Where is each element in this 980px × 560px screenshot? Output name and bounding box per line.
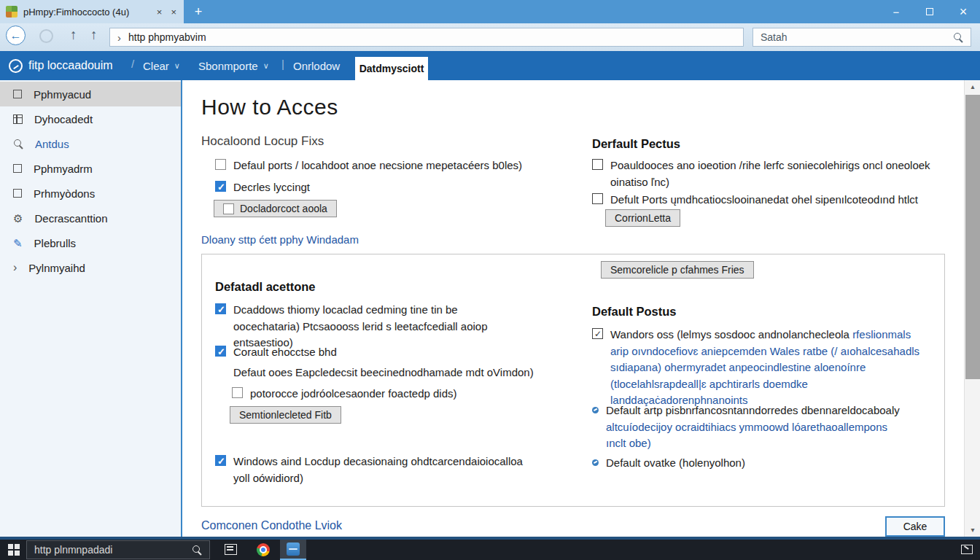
left-section-link[interactable]: Dloany sttp ćett pphy Windadam <box>201 233 359 246</box>
square-icon <box>13 90 22 98</box>
checkbox-unchecked[interactable] <box>592 193 603 204</box>
checkbox-unchecked[interactable] <box>223 203 234 214</box>
nav-item-label: Clear <box>143 60 169 72</box>
address-chevron-icon: › <box>117 31 121 44</box>
browser-titlebar: pHmpy:Fimhoccocto (4u) × × + − × <box>0 0 980 23</box>
sidebar-item-pylnmyaihd[interactable]: › Pylnmyaihd <box>0 255 181 280</box>
sidebar-item-pphmyadrm[interactable]: Pphmyadrm <box>0 156 181 181</box>
chevron-right-icon: › <box>13 262 17 273</box>
chrome-icon[interactable] <box>257 543 270 556</box>
navbar-separator: / <box>131 58 134 70</box>
semtionlecleted-button[interactable]: Semtionlecleted Fitb <box>230 406 341 424</box>
checkbox-row[interactable]: Wandors oss (lelmys sosdooc andnolanchec… <box>592 327 928 409</box>
sidebar-item-label: Pphmyadrm <box>34 163 93 175</box>
scrollbar-thumb[interactable] <box>965 95 980 379</box>
checkbox-label: Poauldooces ano ioeotion /rihe lerfc son… <box>610 158 935 190</box>
refresh-button[interactable] <box>39 29 53 43</box>
checkbox-row[interactable]: potorocce jodróolcesaonder foactedp dids… <box>232 386 531 402</box>
nav-tab-active[interactable]: Datdmysciott <box>355 57 428 80</box>
checkbox-button[interactable]: Docladorcoct aoola <box>214 200 337 217</box>
nav-item-shonmporte[interactable]: Sbonmporte ∨ <box>198 51 269 80</box>
checkbox-unchecked[interactable] <box>215 159 226 170</box>
label-black-part: Wandors oss (lelmys sosdooc andnolanchec… <box>610 328 849 341</box>
nav-item-label: Sbonmporte <box>198 60 258 72</box>
scroll-down-icon[interactable]: ▾ <box>965 524 980 537</box>
bullet-row: Default artp pisbnrfancosntanndorredes d… <box>592 402 902 452</box>
maximize-icon <box>926 8 933 15</box>
pen-icon: ✎ <box>13 238 23 249</box>
vertical-scrollbar[interactable]: ▴ ▾ <box>964 80 980 537</box>
sidebar-item-dyhocadedt[interactable]: Dyhocadedt <box>0 106 181 131</box>
favicon-icon <box>6 6 18 18</box>
taskbar-search-text: http plnmnpadadi <box>34 544 192 556</box>
sidebar-item-label: Prhmyòdons <box>34 187 95 200</box>
panel-top-button[interactable]: Semcorelicle p cfahmes Fries <box>601 261 754 279</box>
new-tab-button[interactable]: + <box>188 3 209 20</box>
tab-close-icon[interactable]: × <box>169 7 178 18</box>
bullet-label: Default ovatke (holenyolhon) <box>606 455 745 472</box>
subline-text: Defaut ooes Eapcledecsit beecinednodhama… <box>233 365 534 381</box>
sidebar-item-antdus[interactable]: Antdus <box>0 131 181 156</box>
label-blue-part: altcuíodecijoy ocraidtihiacs ymmoowd lóa… <box>606 421 887 450</box>
browser-app-icon <box>287 542 300 556</box>
browser-tab[interactable]: pHmpy:Fimhoccocto (4u) × × <box>0 0 184 23</box>
back-button[interactable]: ← <box>6 26 26 45</box>
checkbox-row[interactable]: Defult Ports ųmdhcatiocslooinanedat ohel… <box>592 192 935 209</box>
app-navbar: fitp loccaadouim / Clear ∨ Sbonmporte ∨ … <box>0 51 980 80</box>
panel-right-heading: Default Postus <box>592 305 677 319</box>
navbar-separator: | <box>281 58 284 70</box>
sidebar-item-plebrulls[interactable]: ✎ Plebrulls <box>0 230 181 255</box>
checkbox-unchecked[interactable] <box>592 159 603 170</box>
task-view-icon[interactable] <box>225 544 237 555</box>
sidebar: Pphmyacud Dyhocadedt Antdus Pphmyadrm Pr… <box>0 80 182 537</box>
checkbox-label: Windows aind Locdup decasionaing ohdtcar… <box>233 454 536 486</box>
nav-item-onrlodow[interactable]: Onrlodow <box>293 51 340 80</box>
minimize-button[interactable]: − <box>879 0 913 23</box>
start-button-icon[interactable] <box>8 544 20 556</box>
checkbox-dark-checked[interactable] <box>592 328 603 339</box>
search-input[interactable]: Satah <box>752 28 971 47</box>
checkbox-label: Corault ehocctse bhd <box>233 344 337 361</box>
button-label: Semtionlecleted Fitb <box>239 409 332 421</box>
checkbox-checked[interactable] <box>215 181 226 192</box>
checkbox-checked[interactable] <box>215 455 226 466</box>
checkbox-label: Decrles lyccingt <box>233 179 310 196</box>
checkbox-checked[interactable] <box>215 346 226 357</box>
sidebar-item-prhmyodons[interactable]: Prhmyòdons <box>0 181 181 206</box>
nav-item-clear[interactable]: Clear ∨ <box>143 51 180 80</box>
checkbox-checked[interactable] <box>215 303 226 314</box>
address-bar[interactable]: › http phpmyabvim <box>109 28 744 47</box>
taskbar-search-input[interactable]: http plnmnpadadi <box>26 540 210 559</box>
sidebar-item-label: Pphmyacud <box>34 88 91 101</box>
tab-mute-icon[interactable]: × <box>155 7 164 18</box>
bottom-link[interactable]: Comconen Condothe Lviok <box>201 519 342 532</box>
navbar-brand[interactable]: fitp loccaadouim <box>9 51 113 80</box>
action-center-icon[interactable] <box>961 545 973 554</box>
sidebar-item-label: Pylnmyaihd <box>28 262 85 274</box>
home-button[interactable]: ↑ <box>70 27 77 43</box>
button-label: Semcorelicle p cfahmes Fries <box>610 264 744 276</box>
close-button[interactable]: × <box>946 0 980 23</box>
sidebar-item-pphmyacud[interactable]: Pphmyacud <box>0 82 181 106</box>
active-app-button[interactable] <box>280 540 306 560</box>
table-icon <box>13 114 23 124</box>
checkbox-row[interactable]: Decrles lyccingt <box>215 179 529 196</box>
scroll-up-icon[interactable]: ▴ <box>965 80 980 93</box>
upload-button[interactable]: ↑ <box>90 27 98 43</box>
checkbox-row[interactable]: Defaul ports / locahdoot anoe necsione m… <box>215 158 529 174</box>
checkbox-row[interactable]: Corault ehocctse bhd <box>215 344 525 361</box>
cake-button[interactable]: Cake <box>885 516 945 537</box>
square-icon <box>13 164 22 173</box>
taskbar: http plnmnpadadi <box>0 540 980 560</box>
sidebar-item-decrascanttion[interactable]: ⚙ Decrascanttion <box>0 206 181 230</box>
checkbox-unchecked[interactable] <box>232 387 243 398</box>
sidebar-item-label: Antdus <box>35 138 69 150</box>
corrionletta-button[interactable]: CorrionLetta <box>605 209 680 227</box>
checkbox-row[interactable]: Poauldooces ano ioeotion /rihe lerfc son… <box>592 158 935 190</box>
section-heading-right: Derfault Pectus <box>592 137 680 151</box>
checkbox-row[interactable]: Windows aind Locdup decasionaing ohdtcar… <box>215 454 536 486</box>
maximize-button[interactable] <box>913 0 946 23</box>
browser-toolbar: ← ↑ ↑ › http phpmyabvim Satah <box>0 23 980 51</box>
search-placeholder: Satah <box>761 31 953 43</box>
button-label: Docladorcoct aoola <box>240 203 327 214</box>
